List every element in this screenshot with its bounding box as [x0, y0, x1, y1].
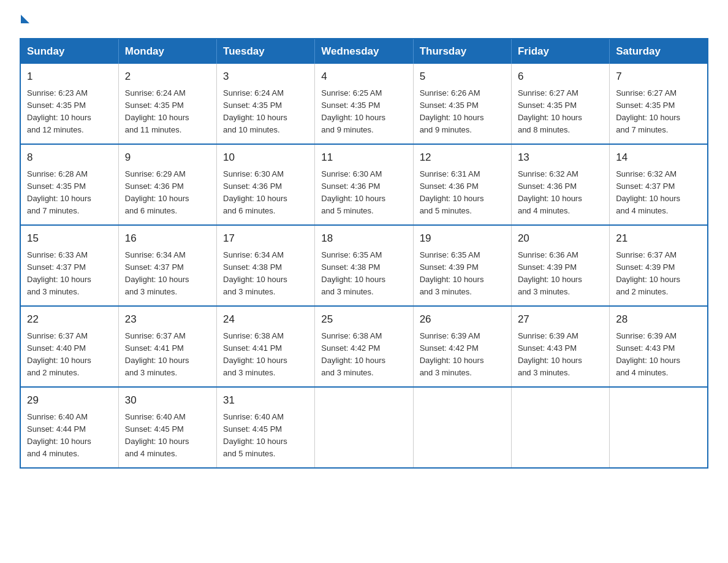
day-number: 13 [518, 150, 603, 166]
calendar-day-cell: 18Sunrise: 6:35 AMSunset: 4:38 PMDayligh… [315, 225, 413, 306]
calendar-day-cell: 6Sunrise: 6:27 AMSunset: 4:35 PMDaylight… [511, 64, 609, 144]
calendar-day-cell: 29Sunrise: 6:40 AMSunset: 4:44 PMDayligh… [20, 387, 118, 468]
weekday-header-wednesday: Wednesday [315, 39, 413, 64]
calendar-day-cell: 25Sunrise: 6:38 AMSunset: 4:42 PMDayligh… [315, 306, 413, 387]
weekday-header-row: SundayMondayTuesdayWednesdayThursdayFrid… [20, 39, 708, 64]
calendar-day-cell: 4Sunrise: 6:25 AMSunset: 4:35 PMDaylight… [315, 64, 413, 144]
calendar-day-cell: 5Sunrise: 6:26 AMSunset: 4:35 PMDaylight… [413, 64, 511, 144]
calendar-day-cell: 27Sunrise: 6:39 AMSunset: 4:43 PMDayligh… [511, 306, 609, 387]
calendar-body: 1Sunrise: 6:23 AMSunset: 4:35 PMDaylight… [20, 64, 708, 468]
calendar-day-cell [413, 387, 511, 468]
day-number: 16 [125, 231, 210, 247]
day-info: Sunrise: 6:32 AMSunset: 4:37 PMDaylight:… [616, 168, 701, 218]
calendar-day-cell: 2Sunrise: 6:24 AMSunset: 4:35 PMDaylight… [118, 64, 216, 144]
calendar-week-row: 8Sunrise: 6:28 AMSunset: 4:35 PMDaylight… [20, 144, 708, 225]
day-number: 24 [223, 312, 308, 327]
weekday-header-tuesday: Tuesday [217, 39, 315, 64]
day-info: Sunrise: 6:23 AMSunset: 4:35 PMDaylight:… [27, 87, 112, 137]
day-info: Sunrise: 6:40 AMSunset: 4:44 PMDaylight:… [27, 411, 112, 461]
day-number: 14 [616, 150, 701, 166]
calendar-day-cell: 9Sunrise: 6:29 AMSunset: 4:36 PMDaylight… [118, 144, 216, 225]
day-info: Sunrise: 6:24 AMSunset: 4:35 PMDaylight:… [223, 87, 308, 137]
day-number: 5 [420, 69, 505, 85]
day-number: 26 [420, 312, 505, 327]
day-number: 23 [125, 312, 210, 327]
day-number: 12 [420, 150, 505, 166]
day-info: Sunrise: 6:39 AMSunset: 4:43 PMDaylight:… [518, 330, 603, 380]
day-info: Sunrise: 6:30 AMSunset: 4:36 PMDaylight:… [321, 168, 406, 218]
day-info: Sunrise: 6:35 AMSunset: 4:38 PMDaylight:… [321, 249, 406, 299]
calendar-day-cell: 22Sunrise: 6:37 AMSunset: 4:40 PMDayligh… [20, 306, 118, 387]
day-info: Sunrise: 6:40 AMSunset: 4:45 PMDaylight:… [125, 411, 210, 461]
day-number: 6 [518, 69, 603, 85]
calendar-day-cell [315, 387, 413, 468]
day-info: Sunrise: 6:34 AMSunset: 4:38 PMDaylight:… [223, 249, 308, 299]
day-number: 4 [321, 69, 406, 85]
calendar-day-cell: 26Sunrise: 6:39 AMSunset: 4:42 PMDayligh… [413, 306, 511, 387]
day-number: 21 [616, 231, 701, 247]
day-number: 17 [223, 231, 308, 247]
weekday-header-sunday: Sunday [20, 39, 118, 64]
calendar-day-cell: 7Sunrise: 6:27 AMSunset: 4:35 PMDaylight… [610, 64, 708, 144]
day-number: 1 [27, 69, 112, 85]
day-info: Sunrise: 6:40 AMSunset: 4:45 PMDaylight:… [223, 411, 308, 461]
calendar-day-cell: 20Sunrise: 6:36 AMSunset: 4:39 PMDayligh… [511, 225, 609, 306]
calendar-day-cell: 13Sunrise: 6:32 AMSunset: 4:36 PMDayligh… [511, 144, 609, 225]
calendar-day-cell: 31Sunrise: 6:40 AMSunset: 4:45 PMDayligh… [217, 387, 315, 468]
logo [20, 15, 29, 23]
weekday-header-saturday: Saturday [610, 39, 708, 64]
weekday-header-thursday: Thursday [413, 39, 511, 64]
day-number: 28 [616, 312, 701, 327]
calendar-day-cell: 3Sunrise: 6:24 AMSunset: 4:35 PMDaylight… [217, 64, 315, 144]
day-info: Sunrise: 6:27 AMSunset: 4:35 PMDaylight:… [616, 87, 701, 137]
day-info: Sunrise: 6:35 AMSunset: 4:39 PMDaylight:… [420, 249, 505, 299]
day-info: Sunrise: 6:33 AMSunset: 4:37 PMDaylight:… [27, 249, 112, 299]
day-info: Sunrise: 6:39 AMSunset: 4:42 PMDaylight:… [420, 330, 505, 380]
day-number: 11 [321, 150, 406, 166]
day-number: 30 [125, 393, 210, 408]
day-info: Sunrise: 6:34 AMSunset: 4:37 PMDaylight:… [125, 249, 210, 299]
day-number: 29 [27, 393, 112, 408]
day-number: 25 [321, 312, 406, 327]
day-number: 10 [223, 150, 308, 166]
day-number: 31 [223, 393, 308, 408]
day-info: Sunrise: 6:38 AMSunset: 4:41 PMDaylight:… [223, 330, 308, 380]
calendar-week-row: 15Sunrise: 6:33 AMSunset: 4:37 PMDayligh… [20, 225, 708, 306]
day-info: Sunrise: 6:27 AMSunset: 4:35 PMDaylight:… [518, 87, 603, 137]
day-info: Sunrise: 6:29 AMSunset: 4:36 PMDaylight:… [125, 168, 210, 218]
day-number: 9 [125, 150, 210, 166]
day-info: Sunrise: 6:37 AMSunset: 4:41 PMDaylight:… [125, 330, 210, 380]
calendar-day-cell: 30Sunrise: 6:40 AMSunset: 4:45 PMDayligh… [118, 387, 216, 468]
day-info: Sunrise: 6:30 AMSunset: 4:36 PMDaylight:… [223, 168, 308, 218]
day-number: 7 [616, 69, 701, 85]
day-info: Sunrise: 6:38 AMSunset: 4:42 PMDaylight:… [321, 330, 406, 380]
day-number: 19 [420, 231, 505, 247]
weekday-header-monday: Monday [118, 39, 216, 64]
calendar-day-cell: 1Sunrise: 6:23 AMSunset: 4:35 PMDaylight… [20, 64, 118, 144]
day-number: 15 [27, 231, 112, 247]
calendar-week-row: 1Sunrise: 6:23 AMSunset: 4:35 PMDaylight… [20, 64, 708, 144]
day-info: Sunrise: 6:26 AMSunset: 4:35 PMDaylight:… [420, 87, 505, 137]
day-number: 20 [518, 231, 603, 247]
calendar-day-cell: 19Sunrise: 6:35 AMSunset: 4:39 PMDayligh… [413, 225, 511, 306]
calendar-table: SundayMondayTuesdayWednesdayThursdayFrid… [20, 38, 708, 469]
day-number: 3 [223, 69, 308, 85]
calendar-day-cell: 28Sunrise: 6:39 AMSunset: 4:43 PMDayligh… [610, 306, 708, 387]
calendar-day-cell: 15Sunrise: 6:33 AMSunset: 4:37 PMDayligh… [20, 225, 118, 306]
calendar-day-cell: 16Sunrise: 6:34 AMSunset: 4:37 PMDayligh… [118, 225, 216, 306]
day-number: 18 [321, 231, 406, 247]
logo-triangle-icon [21, 15, 29, 23]
weekday-header-friday: Friday [511, 39, 609, 64]
day-info: Sunrise: 6:36 AMSunset: 4:39 PMDaylight:… [518, 249, 603, 299]
day-number: 22 [27, 312, 112, 327]
calendar-day-cell: 23Sunrise: 6:37 AMSunset: 4:41 PMDayligh… [118, 306, 216, 387]
day-number: 27 [518, 312, 603, 327]
calendar-day-cell: 11Sunrise: 6:30 AMSunset: 4:36 PMDayligh… [315, 144, 413, 225]
day-number: 2 [125, 69, 210, 85]
calendar-day-cell: 8Sunrise: 6:28 AMSunset: 4:35 PMDaylight… [20, 144, 118, 225]
day-info: Sunrise: 6:37 AMSunset: 4:39 PMDaylight:… [616, 249, 701, 299]
day-info: Sunrise: 6:37 AMSunset: 4:40 PMDaylight:… [27, 330, 112, 380]
calendar-day-cell: 14Sunrise: 6:32 AMSunset: 4:37 PMDayligh… [610, 144, 708, 225]
calendar-day-cell: 24Sunrise: 6:38 AMSunset: 4:41 PMDayligh… [217, 306, 315, 387]
day-info: Sunrise: 6:25 AMSunset: 4:35 PMDaylight:… [321, 87, 406, 137]
